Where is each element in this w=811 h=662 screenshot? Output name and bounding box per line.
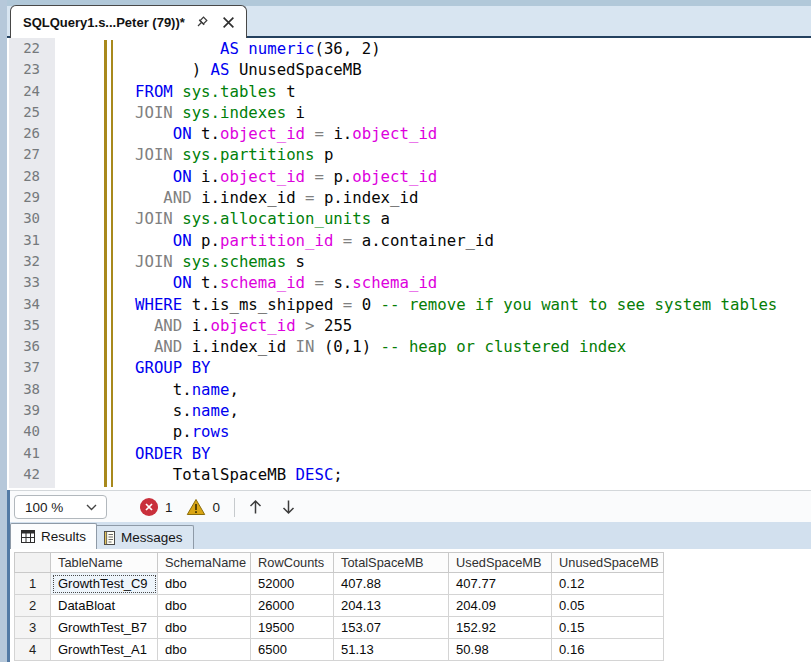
column-header[interactable]: SchemaName bbox=[158, 553, 251, 573]
separator bbox=[234, 498, 235, 517]
code-line: JOIN sys.partitions p bbox=[135, 144, 777, 165]
tab-messages-label: Messages bbox=[121, 530, 183, 545]
tab-results[interactable]: Results bbox=[10, 523, 97, 549]
document-health-indicator: 1 0 bbox=[140, 491, 297, 523]
column-header[interactable]: UsedSpaceMB bbox=[449, 553, 552, 573]
grid-cell[interactable]: 204.09 bbox=[449, 595, 552, 617]
grid-cell[interactable]: GrowthTest_A1 bbox=[51, 639, 158, 661]
row-number-cell[interactable]: 2 bbox=[15, 595, 51, 617]
line-number: 25 bbox=[9, 102, 55, 123]
previous-issue-arrow-up-icon[interactable] bbox=[247, 498, 264, 516]
code-line: JOIN sys.indexes i bbox=[135, 102, 777, 123]
grid-cell[interactable]: 51.13 bbox=[334, 639, 449, 661]
results-pane: Results Messages TableNameSchemaNameRowC… bbox=[7, 522, 811, 662]
table-row: 3GrowthTest_B7dbo19500153.07152.920.15 bbox=[15, 617, 664, 639]
table-row: 1GrowthTest_C9dbo52000407.88407.770.12 bbox=[15, 573, 664, 595]
grid-cell[interactable]: DataBloat bbox=[51, 595, 158, 617]
line-number: 26 bbox=[9, 123, 55, 144]
code-line: AS numeric(36, 2) bbox=[135, 38, 777, 59]
code-line: s.name, bbox=[135, 400, 777, 421]
chevron-down-icon bbox=[86, 504, 97, 511]
close-icon[interactable] bbox=[222, 16, 235, 29]
grid-cell[interactable]: 153.07 bbox=[334, 617, 449, 639]
grid-cell[interactable]: dbo bbox=[158, 595, 251, 617]
column-header[interactable]: RowCounts bbox=[251, 553, 334, 573]
grid-cell[interactable]: 19500 bbox=[251, 617, 334, 639]
line-number: 32 bbox=[9, 251, 55, 272]
grid-cell[interactable]: 204.13 bbox=[334, 595, 449, 617]
line-number: 38 bbox=[9, 379, 55, 400]
warning-count: 0 bbox=[213, 500, 221, 515]
messages-icon bbox=[103, 531, 115, 545]
line-number: 24 bbox=[9, 81, 55, 102]
column-header[interactable]: UnusedSpaceMB bbox=[552, 553, 664, 573]
document-tab-title: SQLQuery1.s...Peter (79))* bbox=[23, 15, 185, 30]
grid-cell[interactable]: GrowthTest_C9 bbox=[51, 573, 158, 595]
table-row: 4GrowthTest_A1dbo650051.1350.980.16 bbox=[15, 639, 664, 661]
pin-icon[interactable] bbox=[194, 15, 209, 30]
column-header[interactable]: TotalSpaceMB bbox=[334, 553, 449, 573]
ssms-window: SQLQuery1.s...Peter (79))* 2223242526272… bbox=[0, 0, 811, 662]
code-area[interactable]: AS numeric(36, 2) ) AS UnusedSpaceMBFROM… bbox=[135, 38, 777, 485]
zoom-level-select[interactable]: 100 % bbox=[14, 495, 107, 519]
grid-cell[interactable]: 0.12 bbox=[552, 573, 664, 595]
code-line: ON p.partition_id = a.container_id bbox=[135, 230, 777, 251]
warning-icon[interactable] bbox=[186, 498, 206, 516]
line-number: 36 bbox=[9, 336, 55, 357]
tab-messages[interactable]: Messages bbox=[92, 525, 194, 549]
line-number: 28 bbox=[9, 166, 55, 187]
next-issue-arrow-down-icon[interactable] bbox=[280, 498, 297, 516]
tab-results-label: Results bbox=[41, 529, 86, 544]
code-line: JOIN sys.schemas s bbox=[135, 251, 777, 272]
grid-cell[interactable]: 52000 bbox=[251, 573, 334, 595]
code-line: AND i.object_id > 255 bbox=[135, 315, 777, 336]
grid-cell[interactable]: dbo bbox=[158, 639, 251, 661]
grid-cell[interactable]: 26000 bbox=[251, 595, 334, 617]
grid-cell[interactable]: dbo bbox=[158, 617, 251, 639]
line-number: 33 bbox=[9, 272, 55, 293]
grid-cell[interactable]: 0.15 bbox=[552, 617, 664, 639]
grid-cell[interactable]: 6500 bbox=[251, 639, 334, 661]
results-tab-bar: Results Messages bbox=[7, 522, 811, 549]
code-line: ORDER BY bbox=[135, 443, 777, 464]
line-number: 31 bbox=[9, 230, 55, 251]
results-grid-area: TableNameSchemaNameRowCountsTotalSpaceMB… bbox=[7, 549, 811, 662]
sql-editor[interactable]: 2223242526272829303132333435363738394041… bbox=[7, 38, 811, 490]
line-number: 37 bbox=[9, 357, 55, 378]
grid-cell[interactable]: 50.98 bbox=[449, 639, 552, 661]
row-number-cell[interactable]: 3 bbox=[15, 617, 51, 639]
code-line: ON t.schema_id = s.schema_id bbox=[135, 272, 777, 293]
results-grid: TableNameSchemaNameRowCountsTotalSpaceMB… bbox=[14, 552, 664, 661]
line-number: 35 bbox=[9, 315, 55, 336]
grid-cell[interactable]: dbo bbox=[158, 573, 251, 595]
line-number: 29 bbox=[9, 187, 55, 208]
document-tab[interactable]: SQLQuery1.s...Peter (79))* bbox=[10, 5, 247, 38]
grid-cell[interactable]: 407.88 bbox=[334, 573, 449, 595]
table-row: 2DataBloatdbo26000204.13204.090.05 bbox=[15, 595, 664, 617]
column-header[interactable]: TableName bbox=[51, 553, 158, 573]
select-all-corner[interactable] bbox=[15, 553, 51, 573]
row-number-cell[interactable]: 4 bbox=[15, 639, 51, 661]
line-number: 30 bbox=[9, 208, 55, 229]
line-number: 41 bbox=[9, 443, 55, 464]
error-icon[interactable] bbox=[140, 498, 158, 516]
window-left-margin bbox=[0, 0, 7, 662]
code-line: ON i.object_id = p.object_id bbox=[135, 166, 777, 187]
code-line: ON t.object_id = i.object_id bbox=[135, 123, 777, 144]
zoom-level-value: 100 % bbox=[25, 500, 63, 515]
line-number: 42 bbox=[9, 464, 55, 485]
code-line: AND i.index_id = p.index_id bbox=[135, 187, 777, 208]
row-number-cell[interactable]: 1 bbox=[15, 573, 51, 595]
code-line: AND i.index_id IN (0,1) -- heap or clust… bbox=[135, 336, 777, 357]
grid-cell[interactable]: 152.92 bbox=[449, 617, 552, 639]
grid-cell[interactable]: 0.16 bbox=[552, 639, 664, 661]
code-line: FROM sys.tables t bbox=[135, 81, 777, 102]
error-count: 1 bbox=[165, 500, 173, 515]
grid-cell[interactable]: 407.77 bbox=[449, 573, 552, 595]
grid-cell[interactable]: 0.05 bbox=[552, 595, 664, 617]
line-number: 23 bbox=[9, 59, 55, 80]
code-line: JOIN sys.allocation_units a bbox=[135, 208, 777, 229]
line-number: 22 bbox=[9, 38, 55, 59]
grid-cell[interactable]: GrowthTest_B7 bbox=[51, 617, 158, 639]
code-line: p.rows bbox=[135, 421, 777, 442]
